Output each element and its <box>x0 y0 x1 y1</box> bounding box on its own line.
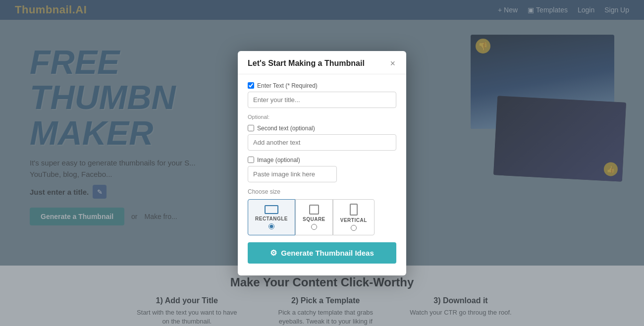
rectangle-radio[interactable] <box>268 223 274 229</box>
second-text-section: Second text (optional) <box>248 125 396 151</box>
gear-icon: ⚙ <box>270 248 277 258</box>
image-section: Image (optional) <box>248 157 396 182</box>
second-text-checkbox[interactable] <box>248 125 254 131</box>
size-rectangle[interactable]: RECTANGLE <box>248 199 295 235</box>
generate-btn-label: Generate Thumbnail Ideas <box>281 249 374 257</box>
modal-close-button[interactable]: × <box>389 59 396 68</box>
size-options: RECTANGLE SQUARE VERTICAL <box>248 199 396 235</box>
second-text-label-row: Second text (optional) <box>248 125 396 132</box>
square-radio[interactable] <box>311 224 317 230</box>
required-text-label: Enter Text (* Required) <box>257 82 318 89</box>
image-url-input[interactable] <box>248 166 337 182</box>
image-label-row: Image (optional) <box>248 157 396 163</box>
modal-header: Let's Start Making a Thumbnail × <box>238 51 406 74</box>
optional-label: Optional: <box>248 114 396 120</box>
title-input[interactable] <box>248 92 396 108</box>
square-preview <box>309 205 319 215</box>
second-text-input[interactable] <box>248 134 396 151</box>
image-label: Image (optional) <box>257 157 300 163</box>
size-label: Choose size <box>248 188 396 195</box>
generate-ideas-button[interactable]: ⚙ Generate Thumbnail Ideas <box>248 242 396 264</box>
thumbnail-modal: Let's Start Making a Thumbnail × Enter T… <box>238 51 406 275</box>
rectangle-preview <box>265 205 278 214</box>
vertical-radio[interactable] <box>351 225 357 231</box>
required-text-section: Enter Text (* Required) <box>248 82 396 108</box>
second-text-label: Second text (optional) <box>257 125 315 132</box>
vertical-preview <box>350 204 358 216</box>
rectangle-label: RECTANGLE <box>255 216 288 221</box>
modal-body: Enter Text (* Required) Optional: Second… <box>238 74 406 235</box>
modal-overlay: Let's Start Making a Thumbnail × Enter T… <box>0 0 644 326</box>
required-text-checkbox[interactable] <box>248 82 254 89</box>
modal-title: Let's Start Making a Thumbnail <box>248 59 365 68</box>
image-checkbox[interactable] <box>248 157 254 163</box>
size-square[interactable]: SQUARE <box>295 199 333 235</box>
required-label-row: Enter Text (* Required) <box>248 82 396 89</box>
square-label: SQUARE <box>303 217 325 222</box>
vertical-label: VERTICAL <box>340 217 367 223</box>
size-section: Choose size RECTANGLE SQUARE VERTIC <box>248 188 396 235</box>
size-vertical[interactable]: VERTICAL <box>333 199 375 235</box>
